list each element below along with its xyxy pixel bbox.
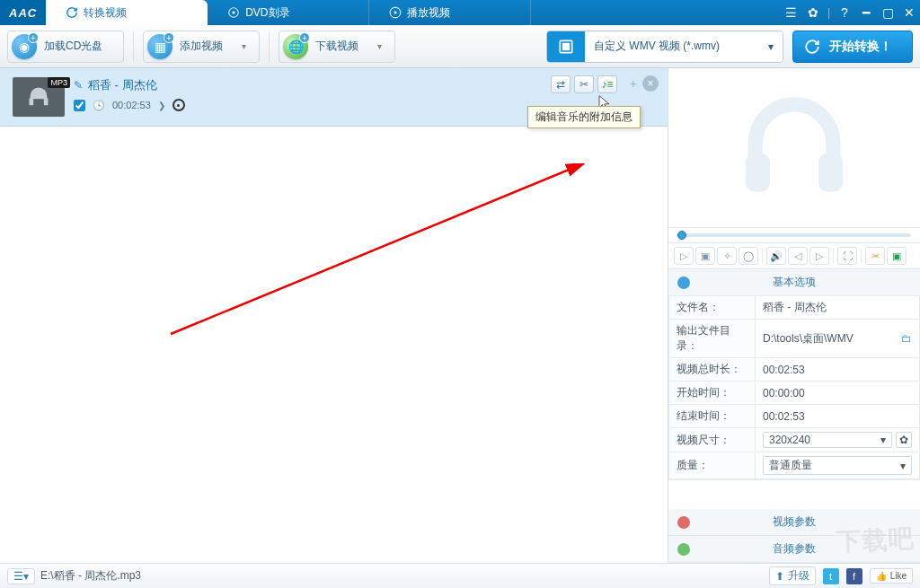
prop-value[interactable]: D:\tools\桌面\WMV [763, 331, 854, 347]
item-checkbox[interactable] [74, 100, 85, 111]
fullscreen-icon[interactable]: ⛶ [837, 247, 857, 265]
info-icon [677, 276, 690, 289]
download-video-button[interactable]: 🌐+ 下载视频 ▾ [279, 31, 395, 63]
headphones-icon [722, 90, 866, 206]
table-row: 输出文件目录：D:\tools\桌面\WMV🗀 [669, 320, 920, 358]
gear-icon[interactable]: ✿ [896, 432, 912, 448]
tab-label: 播放视频 [407, 5, 450, 21]
output-format-selector: 自定义 WMV 视频 (*.wmv) ▾ [546, 31, 783, 63]
next-icon[interactable]: ▷ [809, 247, 829, 265]
prop-value[interactable]: 00:00:00 [756, 382, 920, 405]
help-icon[interactable]: ? [834, 0, 855, 25]
button-label: 加载CD光盘 [44, 39, 102, 54]
stop-icon[interactable]: ▣ [695, 247, 715, 265]
button-label: 下载视频 [315, 39, 358, 54]
quality-select[interactable]: 普通质量▾ [763, 456, 912, 475]
basic-options-header[interactable]: 基本选项 [668, 269, 920, 295]
expand-icon[interactable]: ❯ [158, 101, 165, 110]
disc-icon [227, 6, 240, 19]
video-icon [677, 516, 690, 529]
svg-line-7 [171, 163, 584, 334]
button-label: 开始转换！ [829, 39, 892, 55]
scissors-icon[interactable]: ✂ [574, 75, 594, 93]
table-row: 质量：普通质量▾ [669, 452, 920, 479]
play-icon[interactable]: ▷ [674, 247, 694, 265]
tooltip: 编辑音乐的附加信息 [527, 106, 641, 128]
main: MP3 ✎ 稻香 - 周杰伦 🕓 00:02:53 ❯ ⇄ ✂ ♪≡ [0, 68, 920, 563]
snapshot-icon[interactable]: ◯ [739, 247, 758, 265]
cd-icon: ◉+ [12, 34, 37, 59]
button-label: 添加视频 [180, 39, 223, 54]
camera-icon[interactable]: ✧ [717, 247, 737, 265]
table-row: 文件名：稻香 - 周杰伦 [669, 296, 920, 320]
upgrade-button[interactable]: ⬆ 升级 [769, 566, 816, 585]
table-row: 视频总时长：00:02:53 [669, 358, 920, 382]
prop-value: 00:02:53 [756, 358, 920, 382]
globe-icon: 🌐+ [283, 34, 308, 59]
settings-icon[interactable]: ✿ [802, 0, 824, 25]
film-icon: ▦+ [147, 34, 172, 59]
tab-burn[interactable]: DVD刻录 [208, 0, 369, 25]
refresh-icon [66, 6, 78, 19]
basic-options-table: 文件名：稻香 - 周杰伦 输出文件目录：D:\tools\桌面\WMV🗀 视频总… [668, 295, 920, 479]
prop-value[interactable]: 稻香 - 周杰伦 [756, 296, 920, 320]
add-icon[interactable]: + [630, 76, 637, 91]
tab-play[interactable]: 播放视频 [369, 0, 531, 25]
prop-label: 质量： [669, 452, 756, 479]
audio-icon [677, 543, 690, 556]
file-list: MP3 ✎ 稻香 - 周杰伦 🕓 00:02:53 ❯ ⇄ ✂ ♪≡ [0, 68, 668, 563]
header-label: 基本选项 [773, 275, 816, 290]
pencil-icon[interactable]: ✎ [74, 79, 83, 92]
load-cd-button[interactable]: ◉+ 加载CD光盘 [7, 31, 124, 63]
add-video-button[interactable]: ▦+ 添加视频 ▾ [143, 31, 260, 63]
tab-label: DVD刻录 [245, 5, 289, 21]
menu-icon[interactable]: ☰ [781, 0, 802, 25]
swap-icon[interactable]: ⇄ [551, 75, 571, 93]
volume-icon[interactable]: 🔊 [766, 247, 786, 265]
status-path: E:\稻香 - 周杰伦.mp3 [40, 568, 141, 584]
prop-label: 视频尺寸： [669, 428, 756, 452]
prop-label: 开始时间： [669, 382, 756, 405]
clock-icon: 🕓 [93, 100, 105, 111]
maximize-icon[interactable]: ▢ [877, 0, 898, 25]
cut-icon[interactable]: ✂ [865, 247, 885, 265]
table-row: 开始时间：00:00:00 [669, 382, 920, 405]
progress-slider[interactable] [668, 228, 920, 243]
crop-icon[interactable]: ▣ [887, 247, 907, 265]
edit-music-info-icon[interactable]: ♪≡ [597, 75, 617, 93]
prop-label: 输出文件目录： [669, 320, 756, 358]
size-select[interactable]: 320x240▾ [763, 432, 892, 448]
start-convert-button[interactable]: 开始转换！ [792, 31, 913, 63]
dropdown-icon: ▾ [242, 41, 246, 51]
prop-label: 文件名： [669, 296, 756, 320]
close-icon[interactable]: ✕ [898, 0, 920, 25]
twitter-icon[interactable]: t [823, 568, 839, 584]
remove-icon[interactable]: × [642, 75, 659, 92]
svg-rect-4 [562, 42, 570, 49]
dropdown-icon: ▾ [377, 41, 382, 51]
audio-params-header[interactable]: 音频参数 [668, 536, 920, 562]
video-params-header[interactable]: 视频参数 [668, 509, 920, 535]
tab-convert[interactable]: 转换视频 [46, 0, 208, 25]
annotation-arrow [162, 163, 611, 343]
toolbar: ◉+ 加载CD光盘 ▦+ 添加视频 ▾ 🌐+ 下载视频 ▾ 自定义 WMV 视频… [0, 25, 920, 68]
minimize-icon[interactable]: ━ [855, 0, 877, 25]
item-title[interactable]: 稻香 - 周杰伦 [88, 77, 157, 93]
play-icon [389, 6, 402, 19]
facebook-like-button[interactable]: 👍 Like [870, 568, 913, 584]
app-logo: AAC [0, 0, 46, 25]
format-dropdown[interactable]: 自定义 WMV 视频 (*.wmv) ▾ [585, 31, 783, 62]
prop-value[interactable]: 00:02:53 [756, 405, 920, 428]
list-item[interactable]: MP3 ✎ 稻香 - 周杰伦 🕓 00:02:53 ❯ ⇄ ✂ ♪≡ [0, 68, 668, 127]
disc-icon[interactable] [172, 99, 185, 111]
svg-rect-6 [44, 98, 49, 105]
facebook-icon[interactable]: f [846, 568, 862, 584]
preview-controls: ▷ ▣ ✧ ◯ 🔊 ◁ ▷ ⛶ ✂ ▣ [668, 243, 920, 269]
list-toggle-icon[interactable]: ☰▾ [7, 568, 35, 584]
tab-label: 转换视频 [84, 5, 127, 21]
folder-icon[interactable]: 🗀 [901, 332, 912, 345]
prev-icon[interactable]: ◁ [788, 247, 808, 265]
titlebar: AAC 转换视频 DVD刻录 播放视频 ☰ ✿ | ? ━ ▢ ✕ [0, 0, 920, 25]
preview-pane [668, 68, 920, 228]
prop-label: 视频总时长： [669, 358, 756, 382]
